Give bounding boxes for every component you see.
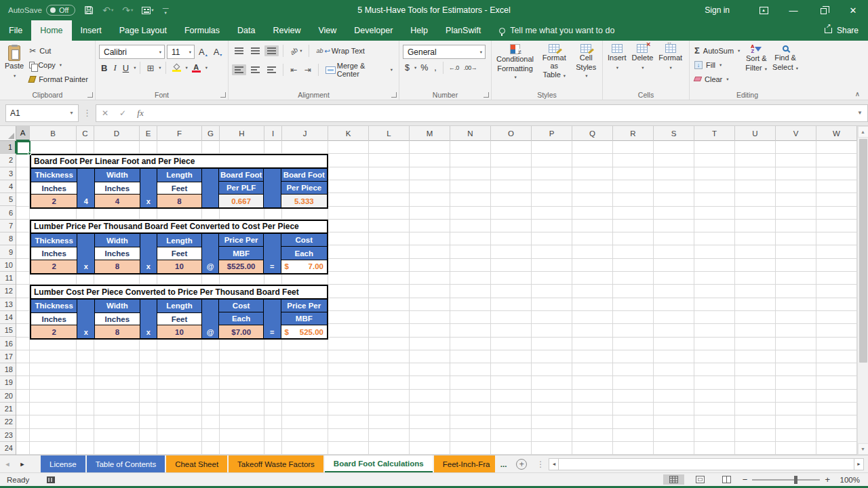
font-color-button[interactable]: A [190, 63, 203, 73]
column-header-L[interactable]: L [369, 126, 410, 141]
selected-cell-A1[interactable] [16, 141, 31, 155]
font-color-dropdown[interactable]: ▾ [205, 65, 208, 70]
column-header-N[interactable]: N [450, 126, 491, 141]
delete-cells-button[interactable]: × Delete ▾ [629, 42, 656, 88]
name-box[interactable]: A1 ▼ [5, 104, 79, 122]
row-header-2[interactable]: 2 [0, 154, 16, 167]
row-header-21[interactable]: 21 [0, 403, 16, 415]
column-header-K[interactable]: K [328, 126, 369, 141]
cell-B13[interactable]: Thickness [31, 300, 77, 312]
row-header-3[interactable]: 3 [0, 167, 16, 180]
cell-H15[interactable]: $7.00 [219, 325, 262, 338]
cell-J10[interactable]: $7.00 [281, 260, 327, 273]
paste-button[interactable]: Paste ▾ [2, 42, 26, 88]
row-header-8[interactable]: 8 [0, 232, 16, 245]
cancel-icon[interactable]: ✕ [96, 108, 114, 118]
row-header-15[interactable]: 15 [0, 324, 16, 337]
cell-C10[interactable]: x [77, 260, 94, 273]
cell-J3[interactable]: Board Foot [281, 169, 327, 182]
row-header-19[interactable]: 19 [0, 376, 16, 389]
ribbon-tab-page-layout[interactable]: Page Layout [111, 20, 176, 41]
share-button[interactable]: Share [825, 20, 859, 41]
paste-dropdown[interactable]: ▾ [14, 72, 16, 80]
cell-I5[interactable] [264, 195, 281, 207]
touch-mouse-mode-button[interactable]: ▾ [142, 7, 153, 14]
increase-indent-button[interactable]: ⇥ [302, 63, 314, 77]
save-button[interactable] [84, 5, 94, 15]
horizontal-scrollbar[interactable]: ◄ ► [549, 458, 864, 470]
copy-button[interactable]: Copy▾ [26, 58, 91, 72]
column-header-E[interactable]: E [140, 126, 157, 141]
column-header-G[interactable]: G [202, 126, 220, 141]
cell-B5[interactable]: 2 [31, 195, 77, 207]
column-header-H[interactable]: H [220, 126, 264, 141]
row-header-13[interactable]: 13 [0, 298, 16, 311]
row-header-18[interactable]: 18 [0, 363, 16, 376]
fill-color-button[interactable] [170, 64, 183, 73]
comma-style-button[interactable]: , [432, 63, 438, 73]
ribbon-tab-file[interactable]: File [0, 20, 31, 41]
row-header-23[interactable]: 23 [0, 429, 16, 442]
row-header-16[interactable]: 16 [0, 337, 16, 350]
cell-B9[interactable]: Inches [31, 247, 77, 260]
cell-F8[interactable]: Length [157, 234, 201, 247]
cell-F9[interactable]: Feet [157, 247, 201, 260]
cell-E10[interactable]: x [140, 260, 157, 273]
font-size-select[interactable]: 11▾ [167, 45, 195, 59]
scroll-down-icon[interactable]: ▼ [858, 443, 868, 455]
column-header-U[interactable]: U [735, 126, 776, 141]
cell-D10[interactable]: 8 [95, 260, 139, 273]
cell-B4[interactable]: Inches [31, 182, 77, 195]
cell-E5[interactable]: x [140, 195, 157, 207]
sort-filter-button[interactable]: AZ Sort & Filter ▾ [743, 42, 770, 88]
format-painter-button[interactable]: Format Painter [26, 72, 91, 86]
name-box-dropdown-icon[interactable]: ▼ [69, 110, 74, 115]
scroll-up-icon[interactable]: ▲ [858, 126, 868, 138]
column-header-A[interactable]: A [16, 126, 30, 141]
underline-dropdown[interactable]: ▾ [134, 65, 136, 70]
number-dialog-launcher[interactable] [484, 92, 489, 98]
collapse-ribbon-button[interactable]: ∧ [855, 90, 860, 98]
increase-font-size-button[interactable]: A▴ [197, 46, 210, 58]
cell-D3[interactable]: Width [95, 169, 139, 182]
column-header-Q[interactable]: Q [572, 126, 613, 141]
sheet-tab-license[interactable]: License [41, 455, 85, 472]
column-header-I[interactable]: I [264, 126, 282, 141]
tab-splitter-handle[interactable]: ⋮ [532, 455, 549, 472]
accounting-format-dropdown[interactable]: ▾ [414, 65, 416, 70]
cell-E15[interactable]: x [140, 325, 157, 338]
column-header-S[interactable]: S [654, 126, 694, 141]
decrease-font-size-button[interactable]: A▾ [212, 46, 224, 58]
conditional-formatting-button[interactable]: Conditional Formatting ▾ [494, 42, 536, 88]
borders-button[interactable]: ⊞ [144, 63, 156, 73]
cell-J14[interactable]: MBF [281, 312, 327, 325]
align-right-button[interactable] [264, 64, 279, 75]
ribbon-tab-planswift[interactable]: PlanSwift [437, 20, 490, 41]
percent-style-button[interactable]: % [418, 63, 430, 73]
cell-H9[interactable]: MBF [219, 247, 262, 260]
top-align-button[interactable] [232, 45, 246, 56]
scroll-left-icon[interactable]: ◄ [549, 458, 559, 470]
minimize-button[interactable]: — [778, 0, 808, 20]
cell-H5[interactable]: 0.667 [219, 195, 262, 207]
sign-in-button[interactable]: Sign in [705, 5, 730, 15]
restore-button[interactable] [808, 0, 838, 20]
cell-J13[interactable]: Price Per [281, 300, 327, 312]
ribbon-tab-data[interactable]: Data [229, 20, 264, 41]
column-header-C[interactable]: C [77, 126, 94, 141]
cell-D5[interactable]: 4 [95, 195, 139, 207]
normal-view-button[interactable] [663, 474, 684, 485]
cell-D13[interactable]: Width [95, 300, 139, 312]
cell-G5[interactable] [202, 195, 219, 207]
bold-button[interactable]: B [99, 62, 109, 74]
cell-B3[interactable]: Thickness [31, 169, 77, 182]
zoom-slider[interactable] [752, 479, 820, 481]
cell-H13[interactable]: Cost [219, 300, 262, 312]
autosave-toggle[interactable]: AutoSave Off [8, 5, 75, 16]
cell-D8[interactable]: Width [95, 234, 139, 247]
ribbon-tab-home[interactable]: Home [31, 20, 71, 41]
formula-input[interactable] [149, 105, 852, 121]
cell-B8[interactable]: Thickness [31, 234, 77, 247]
column-header-D[interactable]: D [94, 126, 140, 141]
cell-F5[interactable]: 8 [157, 195, 201, 207]
